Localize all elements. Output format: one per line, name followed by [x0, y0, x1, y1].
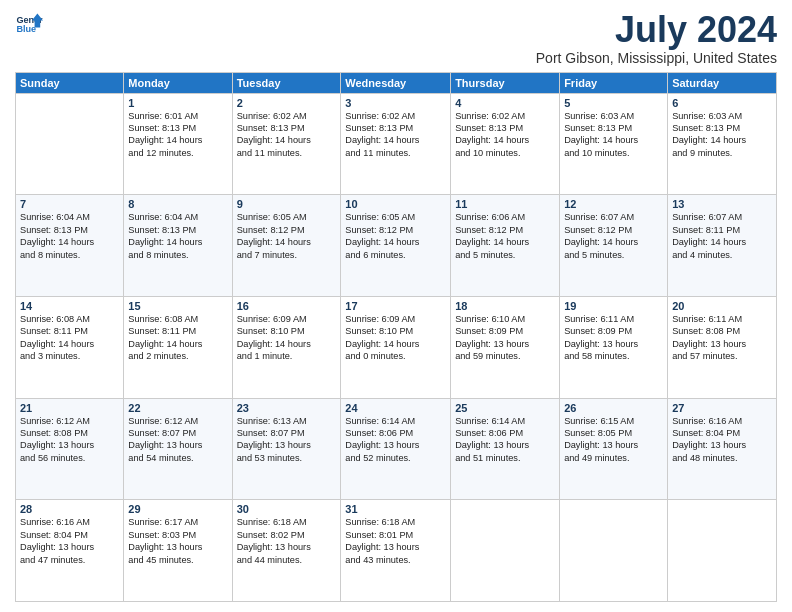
day-info: Sunrise: 6:03 AM Sunset: 8:13 PM Dayligh…: [672, 110, 772, 160]
day-number: 11: [455, 198, 555, 210]
day-info: Sunrise: 6:07 AM Sunset: 8:12 PM Dayligh…: [564, 211, 663, 261]
calendar-table: Sunday Monday Tuesday Wednesday Thursday…: [15, 72, 777, 602]
day-info: Sunrise: 6:16 AM Sunset: 8:04 PM Dayligh…: [20, 516, 119, 566]
day-info: Sunrise: 6:15 AM Sunset: 8:05 PM Dayligh…: [564, 415, 663, 465]
calendar-cell: [668, 500, 777, 602]
day-number: 27: [672, 402, 772, 414]
day-number: 28: [20, 503, 119, 515]
day-number: 16: [237, 300, 337, 312]
calendar-cell: 16Sunrise: 6:09 AM Sunset: 8:10 PM Dayli…: [232, 296, 341, 398]
day-number: 15: [128, 300, 227, 312]
day-number: 21: [20, 402, 119, 414]
calendar-cell: 18Sunrise: 6:10 AM Sunset: 8:09 PM Dayli…: [451, 296, 560, 398]
day-info: Sunrise: 6:04 AM Sunset: 8:13 PM Dayligh…: [20, 211, 119, 261]
day-number: 12: [564, 198, 663, 210]
day-number: 14: [20, 300, 119, 312]
day-number: 2: [237, 97, 337, 109]
day-info: Sunrise: 6:17 AM Sunset: 8:03 PM Dayligh…: [128, 516, 227, 566]
calendar-cell: 17Sunrise: 6:09 AM Sunset: 8:10 PM Dayli…: [341, 296, 451, 398]
calendar-cell: [16, 93, 124, 195]
col-saturday: Saturday: [668, 72, 777, 93]
calendar-cell: 3Sunrise: 6:02 AM Sunset: 8:13 PM Daylig…: [341, 93, 451, 195]
calendar-week-1: 1Sunrise: 6:01 AM Sunset: 8:13 PM Daylig…: [16, 93, 777, 195]
calendar-cell: 1Sunrise: 6:01 AM Sunset: 8:13 PM Daylig…: [124, 93, 232, 195]
day-info: Sunrise: 6:02 AM Sunset: 8:13 PM Dayligh…: [455, 110, 555, 160]
day-info: Sunrise: 6:01 AM Sunset: 8:13 PM Dayligh…: [128, 110, 227, 160]
calendar-cell: 19Sunrise: 6:11 AM Sunset: 8:09 PM Dayli…: [560, 296, 668, 398]
day-number: 30: [237, 503, 337, 515]
day-number: 19: [564, 300, 663, 312]
calendar-week-5: 28Sunrise: 6:16 AM Sunset: 8:04 PM Dayli…: [16, 500, 777, 602]
day-info: Sunrise: 6:02 AM Sunset: 8:13 PM Dayligh…: [345, 110, 446, 160]
day-number: 3: [345, 97, 446, 109]
calendar-cell: 21Sunrise: 6:12 AM Sunset: 8:08 PM Dayli…: [16, 398, 124, 500]
day-info: Sunrise: 6:12 AM Sunset: 8:08 PM Dayligh…: [20, 415, 119, 465]
day-info: Sunrise: 6:18 AM Sunset: 8:02 PM Dayligh…: [237, 516, 337, 566]
calendar-cell: 2Sunrise: 6:02 AM Sunset: 8:13 PM Daylig…: [232, 93, 341, 195]
calendar-cell: 12Sunrise: 6:07 AM Sunset: 8:12 PM Dayli…: [560, 195, 668, 297]
day-number: 7: [20, 198, 119, 210]
title-section: July 2024 Port Gibson, Mississippi, Unit…: [536, 10, 777, 66]
day-info: Sunrise: 6:09 AM Sunset: 8:10 PM Dayligh…: [345, 313, 446, 363]
calendar-cell: 14Sunrise: 6:08 AM Sunset: 8:11 PM Dayli…: [16, 296, 124, 398]
calendar-cell: [560, 500, 668, 602]
day-number: 22: [128, 402, 227, 414]
page: General Blue July 2024 Port Gibson, Miss…: [0, 0, 792, 612]
calendar-cell: 26Sunrise: 6:15 AM Sunset: 8:05 PM Dayli…: [560, 398, 668, 500]
header: General Blue July 2024 Port Gibson, Miss…: [15, 10, 777, 66]
day-number: 4: [455, 97, 555, 109]
day-info: Sunrise: 6:06 AM Sunset: 8:12 PM Dayligh…: [455, 211, 555, 261]
col-monday: Monday: [124, 72, 232, 93]
col-thursday: Thursday: [451, 72, 560, 93]
calendar-cell: 23Sunrise: 6:13 AM Sunset: 8:07 PM Dayli…: [232, 398, 341, 500]
day-number: 1: [128, 97, 227, 109]
subtitle: Port Gibson, Mississippi, United States: [536, 50, 777, 66]
day-number: 25: [455, 402, 555, 414]
calendar-header-row: Sunday Monday Tuesday Wednesday Thursday…: [16, 72, 777, 93]
day-info: Sunrise: 6:12 AM Sunset: 8:07 PM Dayligh…: [128, 415, 227, 465]
calendar-cell: 4Sunrise: 6:02 AM Sunset: 8:13 PM Daylig…: [451, 93, 560, 195]
calendar-cell: 7Sunrise: 6:04 AM Sunset: 8:13 PM Daylig…: [16, 195, 124, 297]
day-number: 26: [564, 402, 663, 414]
calendar-cell: 6Sunrise: 6:03 AM Sunset: 8:13 PM Daylig…: [668, 93, 777, 195]
calendar-cell: 11Sunrise: 6:06 AM Sunset: 8:12 PM Dayli…: [451, 195, 560, 297]
calendar-cell: 10Sunrise: 6:05 AM Sunset: 8:12 PM Dayli…: [341, 195, 451, 297]
day-info: Sunrise: 6:05 AM Sunset: 8:12 PM Dayligh…: [345, 211, 446, 261]
day-info: Sunrise: 6:14 AM Sunset: 8:06 PM Dayligh…: [345, 415, 446, 465]
calendar-cell: 8Sunrise: 6:04 AM Sunset: 8:13 PM Daylig…: [124, 195, 232, 297]
calendar-week-3: 14Sunrise: 6:08 AM Sunset: 8:11 PM Dayli…: [16, 296, 777, 398]
svg-text:Blue: Blue: [16, 24, 36, 34]
day-info: Sunrise: 6:11 AM Sunset: 8:08 PM Dayligh…: [672, 313, 772, 363]
day-number: 13: [672, 198, 772, 210]
main-title: July 2024: [536, 10, 777, 50]
calendar-cell: 29Sunrise: 6:17 AM Sunset: 8:03 PM Dayli…: [124, 500, 232, 602]
day-info: Sunrise: 6:10 AM Sunset: 8:09 PM Dayligh…: [455, 313, 555, 363]
day-number: 6: [672, 97, 772, 109]
calendar-cell: 27Sunrise: 6:16 AM Sunset: 8:04 PM Dayli…: [668, 398, 777, 500]
day-number: 5: [564, 97, 663, 109]
day-number: 24: [345, 402, 446, 414]
calendar-body: 1Sunrise: 6:01 AM Sunset: 8:13 PM Daylig…: [16, 93, 777, 601]
day-info: Sunrise: 6:16 AM Sunset: 8:04 PM Dayligh…: [672, 415, 772, 465]
calendar-cell: 30Sunrise: 6:18 AM Sunset: 8:02 PM Dayli…: [232, 500, 341, 602]
calendar-cell: 9Sunrise: 6:05 AM Sunset: 8:12 PM Daylig…: [232, 195, 341, 297]
day-number: 20: [672, 300, 772, 312]
day-info: Sunrise: 6:08 AM Sunset: 8:11 PM Dayligh…: [20, 313, 119, 363]
calendar-cell: 22Sunrise: 6:12 AM Sunset: 8:07 PM Dayli…: [124, 398, 232, 500]
day-info: Sunrise: 6:13 AM Sunset: 8:07 PM Dayligh…: [237, 415, 337, 465]
calendar-week-4: 21Sunrise: 6:12 AM Sunset: 8:08 PM Dayli…: [16, 398, 777, 500]
day-number: 23: [237, 402, 337, 414]
logo-icon: General Blue: [15, 10, 43, 38]
day-number: 29: [128, 503, 227, 515]
day-info: Sunrise: 6:11 AM Sunset: 8:09 PM Dayligh…: [564, 313, 663, 363]
calendar-cell: 20Sunrise: 6:11 AM Sunset: 8:08 PM Dayli…: [668, 296, 777, 398]
day-info: Sunrise: 6:07 AM Sunset: 8:11 PM Dayligh…: [672, 211, 772, 261]
day-number: 31: [345, 503, 446, 515]
day-number: 10: [345, 198, 446, 210]
calendar-cell: 25Sunrise: 6:14 AM Sunset: 8:06 PM Dayli…: [451, 398, 560, 500]
day-number: 8: [128, 198, 227, 210]
day-info: Sunrise: 6:04 AM Sunset: 8:13 PM Dayligh…: [128, 211, 227, 261]
col-friday: Friday: [560, 72, 668, 93]
col-wednesday: Wednesday: [341, 72, 451, 93]
day-number: 17: [345, 300, 446, 312]
